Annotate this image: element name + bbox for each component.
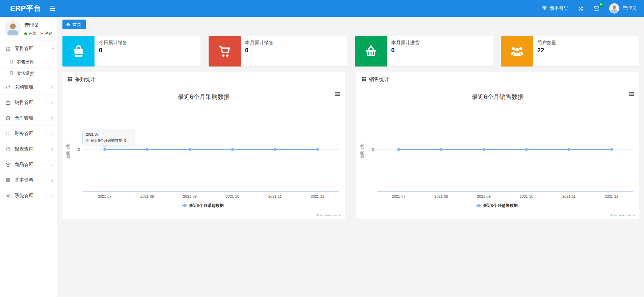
chevron-left-icon: ‹	[51, 100, 53, 105]
sidebar-item-basic-data[interactable]: 基本资料 ‹	[0, 172, 57, 188]
file-icon	[9, 71, 14, 76]
guide-link[interactable]: 新手引导	[542, 5, 568, 12]
stat-card-today-sales[interactable]: 今日累计销售 0	[62, 36, 200, 66]
sidebar-item-retail-outbound[interactable]: 零售出库	[0, 56, 57, 67]
sidebar-item-warehouse[interactable]: 仓库管理 ‹	[0, 110, 57, 126]
user-menu[interactable]: 管理员	[609, 3, 637, 13]
stat-card-month-purchase[interactable]: 本月累计进货 0	[355, 36, 493, 66]
data-point[interactable]	[397, 148, 400, 151]
sidebar-item-products[interactable]: 商品管理 ‹	[0, 157, 57, 172]
sidebar-toggle-icon[interactable]: ☰	[46, 0, 59, 17]
data-point[interactable]	[188, 148, 191, 151]
app-brand[interactable]: ERP平台	[0, 3, 46, 13]
x-axis-label: 2021-12	[311, 194, 324, 198]
chevron-left-icon: ‹	[51, 193, 53, 198]
sign-out-icon	[39, 31, 44, 36]
gear-icon	[5, 193, 11, 198]
sidebar-item-label: 零售管理	[15, 46, 51, 52]
sidebar-item-retail[interactable]: 零售管理 ‹	[0, 40, 57, 56]
layers-icon	[5, 115, 11, 121]
panel-header: 采购统计	[62, 72, 345, 87]
data-point[interactable]	[274, 148, 276, 151]
fullscreen-button[interactable]	[578, 6, 584, 11]
export-menu-button[interactable]	[335, 92, 340, 96]
y-axis-title: 金额（元）	[66, 140, 70, 159]
stat-value: 22	[537, 47, 556, 54]
breadcrumb-home-tab[interactable]: 首页	[62, 20, 86, 29]
x-axis-label: 2021-08	[140, 194, 154, 198]
data-point[interactable]	[610, 148, 613, 151]
data-point[interactable]	[231, 148, 234, 151]
legend-item[interactable]: 最近6个月销售数据	[476, 203, 518, 208]
shopping-basket-icon	[355, 36, 387, 66]
chevron-left-icon: ‹	[51, 162, 53, 167]
package-icon	[5, 162, 11, 167]
th-grid-icon	[68, 77, 72, 82]
grid-icon	[5, 178, 11, 183]
svg-text:2021-07: 2021-07	[86, 133, 99, 136]
credits-link[interactable]: Highcharts.com.cn	[610, 214, 635, 217]
y-axis-tick: 0	[78, 147, 80, 152]
book-icon	[5, 131, 11, 136]
sidebar: 管理员 在线 注销 零售管理 ‹	[0, 17, 57, 297]
stat-label: 本月累计销售	[245, 40, 273, 46]
sidebar-user-panel: 管理员 在线 注销	[0, 17, 57, 40]
chart-tooltip: 2021-07最近6个月采购数据: 0	[83, 130, 135, 147]
guide-label: 新手引导	[549, 5, 568, 11]
data-point[interactable]	[316, 148, 319, 151]
sidebar-item-sales[interactable]: 销售管理 ‹	[0, 94, 57, 110]
online-dot-icon	[24, 32, 27, 35]
stat-card-month-sales[interactable]: 本月累计销售 0	[209, 36, 347, 66]
chevron-down-icon: ‹	[49, 48, 55, 49]
x-axis-label: 2021-08	[434, 194, 448, 198]
pie-chart-icon	[5, 146, 11, 152]
th-grid-icon	[361, 77, 366, 82]
gift-icon	[5, 46, 11, 51]
x-axis-label: 2021-12	[605, 194, 618, 198]
stat-value: 0	[245, 47, 273, 54]
chevron-left-icon: ‹	[51, 178, 53, 183]
credits-link[interactable]: Highcharts.com.cn	[316, 214, 341, 217]
export-menu-button[interactable]	[629, 92, 634, 96]
stat-card-user-count[interactable]: 用户数量 22	[501, 36, 639, 66]
sidebar-item-finance[interactable]: 财务管理 ‹	[0, 126, 57, 141]
chevron-left-icon: ‹	[51, 84, 53, 90]
svg-text:最近6个月销售数据: 最近6个月销售数据	[483, 203, 518, 208]
purchase-chart: 最近6个月采购数据0金额（元）2021-072021-082021-092021…	[62, 87, 345, 219]
legend-item[interactable]: 最近6个月采购数据	[182, 203, 224, 208]
sales-chart: 最近6个月销售数据0金额（元）2021-072021-082021-092021…	[356, 87, 639, 219]
sidebar-item-purchase[interactable]: 采购管理 ‹	[0, 79, 57, 94]
data-point[interactable]	[146, 148, 149, 151]
data-point[interactable]	[440, 148, 442, 151]
chevron-left-icon: ‹	[51, 131, 53, 136]
chevron-left-icon: ‹	[51, 115, 53, 121]
x-axis-label: 2021-09	[183, 194, 196, 198]
stat-value: 0	[99, 47, 127, 54]
y-axis-title: 金额（元）	[360, 140, 364, 159]
sidebar-user-name: 管理员	[24, 22, 53, 28]
stat-value: 0	[391, 47, 420, 54]
fullscreen-icon	[578, 6, 584, 11]
home-icon	[66, 22, 71, 27]
x-axis-label: 2021-10	[225, 194, 239, 198]
shopping-bag-icon	[62, 36, 95, 66]
x-axis-label: 2021-09	[477, 194, 490, 198]
sidebar-item-system[interactable]: 系统管理 ‹	[0, 188, 57, 203]
sidebar-item-reports[interactable]: 报表查询 ‹	[0, 141, 57, 157]
data-point[interactable]	[482, 148, 485, 151]
data-point[interactable]	[103, 148, 106, 151]
logout-link[interactable]: 注销	[39, 31, 53, 36]
y-axis-tick: 0	[372, 147, 374, 152]
charts-row: 采购统计 最近6个月采购数据0金额（元）2021-072021-082021-0…	[62, 72, 639, 219]
online-status: 在线	[28, 31, 36, 36]
avatar	[609, 3, 619, 13]
messages-button[interactable]: 0	[593, 5, 600, 11]
shopping-cart-icon	[209, 36, 241, 66]
sidebar-menu: 零售管理 ‹ 零售出库 零售退货 采购管理 ‹ 销售管理	[0, 40, 57, 203]
sidebar-item-retail-return[interactable]: 零售退货	[0, 67, 57, 79]
data-point[interactable]	[525, 148, 528, 151]
x-axis-label: 2021-10	[519, 194, 533, 198]
data-point[interactable]	[568, 148, 570, 151]
file-icon	[9, 59, 14, 65]
stat-label: 今日累计销售	[99, 40, 127, 46]
